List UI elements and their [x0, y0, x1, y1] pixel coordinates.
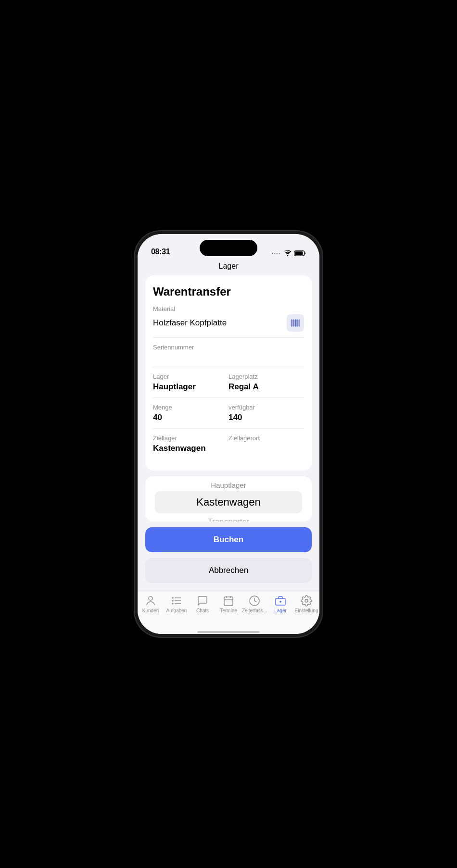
ziellagerort-value — [228, 444, 304, 455]
material-field[interactable]: Holzfaser Kopfplatte — [153, 314, 304, 338]
nav-title: Lager — [138, 260, 319, 275]
tab-lager[interactable]: Lager — [267, 595, 293, 613]
svg-rect-2 — [291, 320, 292, 327]
gear-icon — [301, 595, 312, 607]
content-area: Warentransfer Material Holzfaser Kopfpla… — [138, 275, 319, 591]
tab-bar: Kunden Aufgaben Chats — [138, 591, 319, 630]
picker-top-label: Hauptlager — [145, 476, 312, 491]
tab-zeiterfass-label: Zeiterfass... — [242, 608, 267, 613]
picker-bottom-label: Transporter — [145, 513, 312, 521]
svg-point-26 — [305, 599, 308, 602]
material-label: Material — [153, 305, 304, 312]
tab-chats-label: Chats — [196, 608, 209, 613]
verfugbar-col: verfügbar 140 — [228, 404, 304, 429]
dynamic-island — [200, 240, 257, 256]
lagerplatz-label: Lagerplatz — [228, 373, 304, 380]
tab-termine-label: Termine — [220, 608, 237, 613]
tab-einstellung-label: Einstellung — [295, 608, 318, 613]
menge-col: Menge 40 — [153, 404, 228, 429]
ziellager-col: Ziellager Kastenwagen — [153, 434, 228, 461]
lager-col: Lager Hauptlager — [153, 373, 228, 398]
status-icons: ···· — [272, 250, 306, 256]
menge-label: Menge — [153, 404, 221, 411]
tab-termine[interactable]: Termine — [216, 595, 241, 613]
verfugbar-value: 140 — [228, 413, 304, 422]
battery-icon — [294, 250, 306, 256]
lager-label: Lager — [153, 373, 221, 380]
svg-rect-9 — [299, 320, 299, 327]
tab-kunden[interactable]: Kunden — [138, 595, 164, 613]
clock-icon — [249, 595, 260, 607]
tab-lager-label: Lager — [274, 608, 287, 613]
svg-rect-6 — [295, 320, 296, 327]
svg-rect-7 — [297, 320, 297, 327]
serial-input[interactable] — [153, 353, 304, 367]
svg-rect-8 — [297, 320, 298, 327]
wifi-icon — [284, 250, 292, 256]
svg-point-17 — [172, 603, 173, 604]
form-title: Warentransfer — [153, 285, 304, 298]
main-card: Warentransfer Material Holzfaser Kopfpla… — [145, 275, 312, 471]
svg-rect-10 — [299, 320, 300, 327]
lagerplatz-value: Regal A — [228, 382, 304, 392]
material-value: Holzfaser Kopfplatte — [153, 318, 227, 328]
ziellager-value: Kastenwagen — [153, 444, 221, 453]
svg-rect-1 — [295, 251, 303, 255]
barcode-icon — [291, 318, 300, 328]
home-bar — [197, 631, 260, 633]
tab-zeiterfass[interactable]: Zeiterfass... — [241, 595, 267, 613]
svg-point-16 — [172, 600, 173, 601]
svg-rect-4 — [293, 320, 294, 327]
phone-screen: 08:31 ···· Lager Warentransfer — [138, 234, 319, 634]
verfugbar-label: verfügbar — [228, 404, 304, 411]
person-icon — [145, 595, 156, 607]
picker-selected-option[interactable]: Kastenwagen — [155, 491, 302, 513]
lagerplatz-col: Lagerplatz Regal A — [228, 373, 304, 398]
barcode-button[interactable] — [287, 314, 304, 332]
lager-value: Hauptlager — [153, 382, 221, 392]
tab-aufgaben-label: Aufgaben — [166, 608, 187, 613]
svg-rect-3 — [292, 320, 292, 327]
chat-icon — [197, 595, 208, 607]
menge-value: 40 — [153, 413, 221, 422]
serial-label: Seriennummer — [153, 344, 304, 351]
tab-aufgaben[interactable]: Aufgaben — [164, 595, 190, 613]
abbrechen-button[interactable]: Abbrechen — [145, 558, 312, 583]
svg-point-15 — [172, 597, 173, 598]
svg-rect-18 — [224, 597, 233, 606]
svg-point-11 — [149, 596, 152, 600]
buchen-button[interactable]: Buchen — [145, 527, 312, 552]
picker-area[interactable]: Hauptlager Kastenwagen Transporter Sprin… — [145, 476, 312, 521]
lager-icon — [275, 595, 286, 607]
ziellager-label: Ziellager — [153, 434, 221, 442]
tab-kunden-label: Kunden — [142, 608, 159, 613]
list-icon — [171, 595, 182, 607]
calendar-icon — [223, 595, 234, 607]
home-indicator — [138, 630, 319, 634]
status-time: 08:31 — [151, 248, 170, 256]
lager-lagerplatz-row: Lager Hauptlager Lagerplatz Regal A — [153, 373, 304, 404]
phone-frame: 08:31 ···· Lager Warentransfer — [135, 231, 322, 637]
ziellagerort-col: Ziellagerort — [228, 434, 304, 461]
signal-icon: ···· — [272, 251, 281, 256]
svg-rect-5 — [294, 320, 295, 327]
menge-verfugbar-row: Menge 40 verfügbar 140 — [153, 404, 304, 434]
tab-chats[interactable]: Chats — [190, 595, 216, 613]
ziellagerort-label: Ziellagerort — [228, 434, 304, 442]
ziellager-row: Ziellager Kastenwagen Ziellagerort — [153, 434, 304, 461]
tab-einstellung[interactable]: Einstellung — [293, 595, 319, 613]
